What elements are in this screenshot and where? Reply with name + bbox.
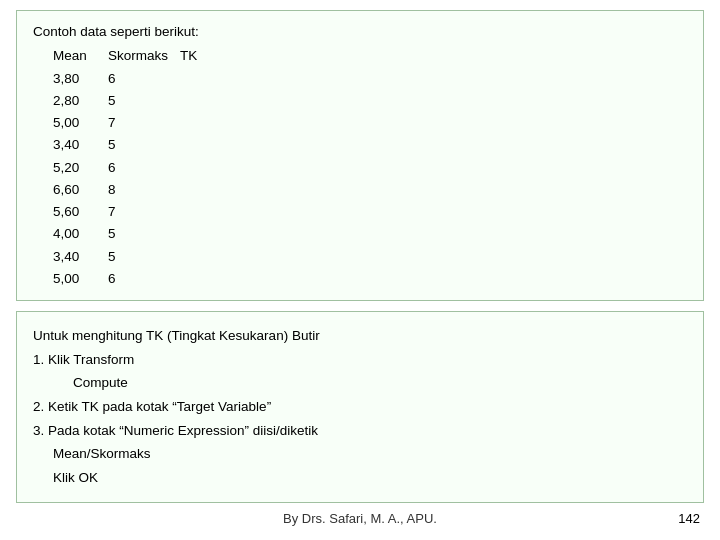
footer-page: 142 bbox=[678, 511, 700, 526]
bottom-line4: 2. Ketik TK pada kotak “Target Variable” bbox=[33, 395, 687, 419]
cell-mean-7: 5,60 bbox=[53, 201, 108, 223]
cell-tk-4 bbox=[180, 134, 209, 156]
cell-skormaks-9: 5 bbox=[108, 246, 180, 268]
cell-skormaks-2: 5 bbox=[108, 90, 180, 112]
footer: By Drs. Safari, M. A., APU. bbox=[0, 511, 720, 526]
col3-header: TK bbox=[180, 45, 209, 67]
table-row: 5,00 6 bbox=[53, 268, 209, 290]
cell-tk-3 bbox=[180, 112, 209, 134]
col1-header: Mean bbox=[53, 45, 108, 67]
table-row: 6,60 8 bbox=[53, 179, 209, 201]
data-table: Mean Skormaks TK 3,80 6 2,80 5 bbox=[53, 45, 687, 290]
cell-tk-2 bbox=[180, 90, 209, 112]
cell-mean-1: 3,80 bbox=[53, 68, 108, 90]
cell-mean-5: 5,20 bbox=[53, 157, 108, 179]
cell-skormaks-5: 6 bbox=[108, 157, 180, 179]
cell-skormaks-3: 7 bbox=[108, 112, 180, 134]
table-row: 3,40 5 bbox=[53, 134, 209, 156]
top-box-title: Contoh data seperti berikut: bbox=[33, 21, 687, 43]
cell-mean-3: 5,00 bbox=[53, 112, 108, 134]
cell-mean-9: 3,40 bbox=[53, 246, 108, 268]
table-row: 3,80 6 bbox=[53, 68, 209, 90]
cell-skormaks-7: 7 bbox=[108, 201, 180, 223]
col2-header: Skormaks bbox=[108, 45, 180, 67]
table-row: 5,00 7 bbox=[53, 112, 209, 134]
table-header-row: Mean Skormaks TK bbox=[53, 45, 209, 67]
top-box: Contoh data seperti berikut: Mean Skorma… bbox=[16, 10, 704, 301]
cell-mean-4: 3,40 bbox=[53, 134, 108, 156]
cell-tk-5 bbox=[180, 157, 209, 179]
cell-tk-7 bbox=[180, 201, 209, 223]
bottom-line5: 3. Pada kotak “Numeric Expression” diisi… bbox=[33, 419, 687, 443]
table-row: 5,20 6 bbox=[53, 157, 209, 179]
table-row: 4,00 5 bbox=[53, 223, 209, 245]
cell-skormaks-1: 6 bbox=[108, 68, 180, 90]
cell-skormaks-4: 5 bbox=[108, 134, 180, 156]
cell-mean-6: 6,60 bbox=[53, 179, 108, 201]
bottom-line7: Klik OK bbox=[53, 466, 687, 490]
cell-tk-1 bbox=[180, 68, 209, 90]
bottom-line1: Untuk menghitung TK (Tingkat Kesukaran) … bbox=[33, 324, 687, 348]
table-row: 2,80 5 bbox=[53, 90, 209, 112]
bottom-line2: 1. Klik Transform bbox=[33, 348, 687, 372]
bottom-box: Untuk menghitung TK (Tingkat Kesukaran) … bbox=[16, 311, 704, 502]
bottom-line3: Compute bbox=[73, 371, 687, 395]
cell-tk-6 bbox=[180, 179, 209, 201]
cell-mean-8: 4,00 bbox=[53, 223, 108, 245]
cell-skormaks-6: 8 bbox=[108, 179, 180, 201]
cell-skormaks-8: 5 bbox=[108, 223, 180, 245]
cell-mean-10: 5,00 bbox=[53, 268, 108, 290]
footer-text: By Drs. Safari, M. A., APU. bbox=[283, 511, 437, 526]
table-row: 3,40 5 bbox=[53, 246, 209, 268]
cell-tk-10 bbox=[180, 268, 209, 290]
cell-tk-8 bbox=[180, 223, 209, 245]
cell-tk-9 bbox=[180, 246, 209, 268]
bottom-line6: Mean/Skormaks bbox=[53, 442, 687, 466]
cell-skormaks-10: 6 bbox=[108, 268, 180, 290]
cell-mean-2: 2,80 bbox=[53, 90, 108, 112]
page-container: Contoh data seperti berikut: Mean Skorma… bbox=[0, 0, 720, 540]
table-row: 5,60 7 bbox=[53, 201, 209, 223]
